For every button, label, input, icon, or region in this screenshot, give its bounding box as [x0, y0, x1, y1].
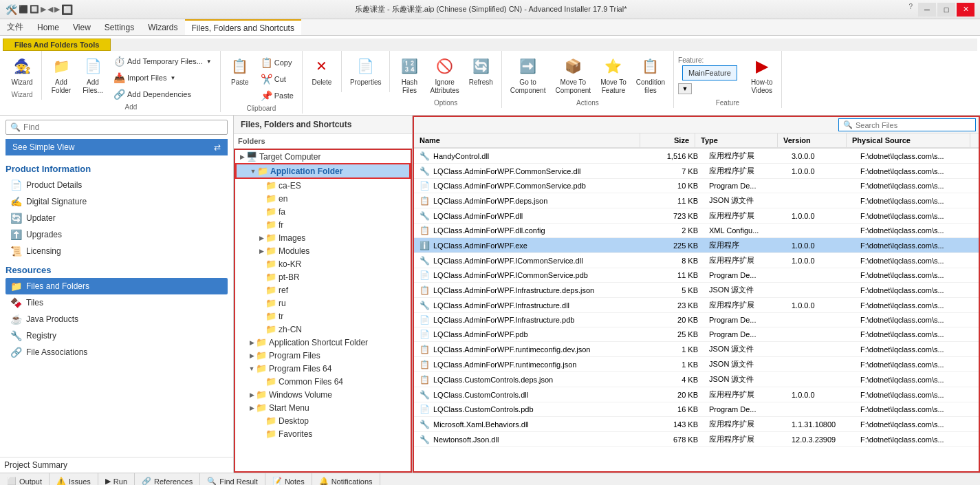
- feature-expand-button[interactable]: ▼: [678, 83, 692, 94]
- tree-item-14[interactable]: ▶ 📁 Application Shortcut Folder: [235, 336, 411, 349]
- file-row-3[interactable]: 📋 LQClass.AdminForWPF.deps.json 11 KB JS…: [414, 193, 979, 208]
- file-row-17[interactable]: 📄 LQClass.CustomControls.pdb 16 KB Progr…: [414, 402, 979, 417]
- add-folder-button[interactable]: 📁 AddFolder: [46, 52, 76, 98]
- file-row-1[interactable]: 🔧 LQClass.AdminForWPF.CommonService.dll …: [414, 164, 979, 179]
- tree-item-12[interactable]: 📁 tr: [235, 310, 411, 323]
- nav-upgrades[interactable]: ⬆️ Upgrades: [6, 226, 228, 243]
- nav-tiles[interactable]: 🍫 Tiles: [6, 294, 228, 311]
- nav-files-folders[interactable]: 📁 Files and Folders: [6, 278, 228, 294]
- file-row-8[interactable]: 📄 LQClass.AdminForWPF.ICommonService.pdb…: [414, 268, 979, 283]
- tree-item-9[interactable]: 📁 pt-BR: [235, 270, 411, 283]
- nav-project-summary[interactable]: Project Summary: [0, 457, 233, 473]
- tree-item-3[interactable]: 📁 en: [235, 192, 411, 205]
- file-row-15[interactable]: 📋 LQClass.CustomControls.deps.json 4 KB …: [414, 372, 979, 387]
- tree-item-2[interactable]: 📁 ca-ES: [235, 179, 411, 192]
- file-row-12[interactable]: 📄 LQClass.AdminForWPF.pdb 25 KB Program …: [414, 327, 979, 342]
- search-files-input[interactable]: [856, 121, 971, 129]
- add-dependencies-button[interactable]: 🔗 Add Dependencies: [109, 87, 216, 102]
- close-button[interactable]: ✕: [957, 3, 974, 17]
- simple-view-button[interactable]: See Simple View ⇄: [6, 139, 228, 155]
- file-row-9[interactable]: 📋 LQClass.AdminForWPF.Infrastructure.dep…: [414, 283, 979, 298]
- menu-home[interactable]: Home: [30, 19, 66, 35]
- tree-item-19[interactable]: ▶ 📁 Start Menu: [235, 401, 411, 414]
- paste-small-button[interactable]: 📌 Paste: [257, 88, 298, 103]
- properties-button[interactable]: 📄 Properties: [346, 52, 386, 89]
- tree-item-16[interactable]: ▼ 📁 Program Files 64: [235, 362, 411, 375]
- bottom-tab-find-result[interactable]: 🔍 Find Result: [200, 473, 265, 485]
- nav-registry[interactable]: 🔧 Registry: [6, 327, 228, 344]
- minimize-button[interactable]: ─: [918, 3, 936, 17]
- import-files-button[interactable]: 📥 Import Files ▼: [109, 70, 216, 85]
- file-row-13[interactable]: 📋 LQClass.AdminForWPF.runtimeconfig.dev.…: [414, 342, 979, 357]
- file-row-19[interactable]: 🔧 Newtonsoft.Json.dll 678 KB 应用程序扩展 12.0…: [414, 432, 979, 447]
- tree-item-8[interactable]: 📁 ko-KR: [235, 257, 411, 270]
- move-to-feature-button[interactable]: ⭐ Move ToFeature: [596, 52, 631, 98]
- move-to-component-button[interactable]: 📦 Move ToComponent: [551, 52, 595, 98]
- delete-button[interactable]: ✕ Delete: [307, 52, 337, 89]
- tree-item-21[interactable]: 📁 Favorites: [235, 427, 411, 440]
- file-row-18[interactable]: 🔧 Microsoft.Xaml.Behaviors.dll 143 KB 应用…: [414, 417, 979, 432]
- file-row-5[interactable]: 📋 LQClass.AdminForWPF.dll.config 2 KB XM…: [414, 224, 979, 238]
- menu-files-folders[interactable]: Files, Folders and Shortcuts: [185, 19, 301, 35]
- wizard-button[interactable]: 🧙 Wizard: [7, 52, 37, 89]
- tree-item-1[interactable]: ▼ 📁 Application Folder: [235, 163, 411, 179]
- file-row-16[interactable]: 🔧 LQClass.CustomControls.dll 20 KB 应用程序扩…: [414, 387, 979, 402]
- tree-item-18[interactable]: ▶ 📁 Windows Volume: [235, 388, 411, 401]
- tree-item-0[interactable]: ▶ 🖥️ Target Computer: [235, 150, 411, 163]
- tree-item-10[interactable]: 📁 ref: [235, 283, 411, 297]
- refresh-button[interactable]: 🔄 Refresh: [465, 52, 497, 89]
- col-name[interactable]: Name: [414, 133, 640, 147]
- tree-item-17[interactable]: 📁 Common Files 64: [235, 375, 411, 388]
- file-row-2[interactable]: 📄 LQClass.AdminForWPF.CommonService.pdb …: [414, 179, 979, 193]
- copy-button[interactable]: 📋 Copy: [257, 55, 298, 70]
- clipboard-paste-button[interactable]: 📋 Paste: [225, 52, 255, 89]
- file-row-10[interactable]: 🔧 LQClass.AdminForWPF.Infrastructure.dll…: [414, 298, 979, 313]
- bottom-tab-notifications[interactable]: 🔔 Notifications: [312, 473, 380, 485]
- col-size[interactable]: Size: [640, 133, 695, 147]
- bottom-tab-references[interactable]: 🔗 References: [135, 473, 200, 485]
- bottom-tab-run[interactable]: ▶ Run: [98, 473, 135, 485]
- menu-wizards[interactable]: Wizards: [141, 19, 184, 35]
- hash-files-button[interactable]: 🔢 HashFiles: [394, 52, 424, 98]
- tree-item-4[interactable]: 📁 fa: [235, 205, 411, 218]
- maximize-button[interactable]: □: [937, 3, 955, 17]
- cut-button[interactable]: ✂️ Cut: [257, 72, 298, 87]
- nav-digital-signature[interactable]: ✍️ Digital Signature: [6, 193, 228, 210]
- nav-file-associations[interactable]: 🔗 File Associations: [6, 344, 228, 360]
- add-temporary-files-button[interactable]: ⏱️ Add Temporary Files... ▼: [109, 54, 216, 69]
- nav-updater[interactable]: 🔄 Updater: [6, 210, 228, 226]
- col-source[interactable]: Physical Source: [847, 133, 970, 147]
- file-row-11[interactable]: 📄 LQClass.AdminForWPF.Infrastructure.pdb…: [414, 313, 979, 327]
- file-row-7[interactable]: 🔧 LQClass.AdminForWPF.ICommonService.dll…: [414, 253, 979, 268]
- tree-item-20[interactable]: 📁 Desktop: [235, 414, 411, 427]
- menu-view[interactable]: View: [66, 19, 98, 35]
- bottom-tab-issues[interactable]: ⚠️ Issues: [50, 473, 98, 485]
- go-to-component-button[interactable]: ➡️ Go toComponent: [506, 52, 550, 98]
- file-row-0[interactable]: 🔧 HandyControl.dll 1,516 KB 应用程序扩展 3.0.0…: [414, 149, 979, 164]
- tree-item-5[interactable]: 📁 fr: [235, 218, 411, 231]
- add-files-button[interactable]: 📄 AddFiles...: [78, 52, 108, 98]
- bottom-tab-notes[interactable]: 📝 Notes: [265, 473, 312, 485]
- search-input[interactable]: [23, 122, 223, 132]
- nav-java-products[interactable]: ☕ Java Products: [6, 311, 228, 327]
- ignore-attributes-button[interactable]: 🚫 IgnoreAttributes: [426, 52, 463, 98]
- tree-item-13[interactable]: 📁 zh-CN: [235, 323, 411, 336]
- file-row-6[interactable]: ℹ️ LQClass.AdminForWPF.exe 225 KB 应用程序 1…: [414, 238, 979, 253]
- col-type[interactable]: Type: [695, 133, 778, 147]
- ribbon-context-tab[interactable]: Files And Folders Tools: [3, 39, 111, 51]
- tree-item-11[interactable]: 📁 ru: [235, 297, 411, 310]
- condition-files-button[interactable]: 📋 Conditionfiles: [632, 52, 669, 98]
- search-box[interactable]: 🔍: [6, 120, 228, 135]
- how-to-videos-button[interactable]: ▶ How-toVideos: [747, 52, 777, 98]
- col-version[interactable]: Version: [778, 133, 847, 147]
- nav-product-details[interactable]: 📄 Product Details: [6, 177, 228, 193]
- tree-item-6[interactable]: ▶ 📁 Images: [235, 231, 411, 244]
- menu-file[interactable]: 文件: [0, 19, 30, 35]
- feature-selector[interactable]: MainFeature: [682, 65, 737, 80]
- file-row-14[interactable]: 📋 LQClass.AdminForWPF.runtimeconfig.json…: [414, 357, 979, 372]
- file-row-4[interactable]: 🔧 LQClass.AdminForWPF.dll 723 KB 应用程序扩展 …: [414, 208, 979, 224]
- search-files-box[interactable]: 🔍: [838, 118, 976, 131]
- tree-item-15[interactable]: ▶ 📁 Program Files: [235, 349, 411, 362]
- bottom-tab-output[interactable]: ⬜ Output: [0, 473, 50, 485]
- menu-settings[interactable]: Settings: [98, 19, 141, 35]
